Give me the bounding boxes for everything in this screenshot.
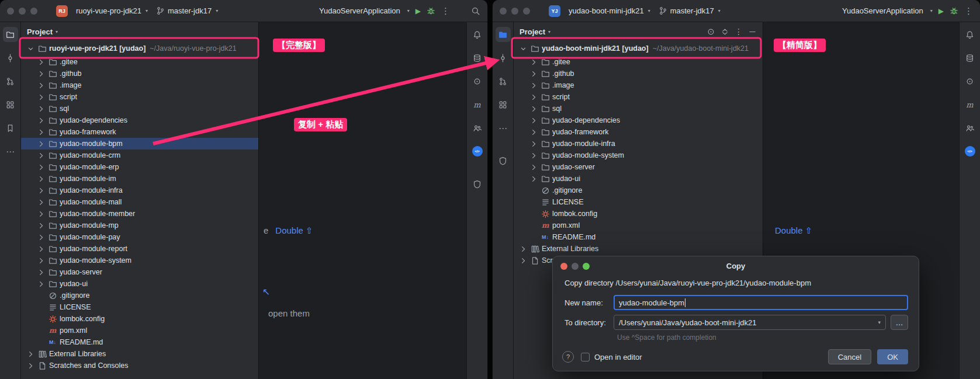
cancel-button[interactable]: Cancel [828,349,871,364]
chevron-right-icon[interactable] [36,58,46,67]
database-icon[interactable] [962,50,978,65]
tree-item-.github[interactable]: .github [21,68,258,79]
tree-item-.image[interactable]: .image [21,79,258,91]
tree-item-yudao-module-erp[interactable]: yudao-module-erp [21,161,258,173]
help-button[interactable]: ? [562,351,574,363]
account-avatar[interactable]: YJ [549,5,560,17]
collapse-icon[interactable] [721,27,729,36]
tree-item-yudao-module-mall[interactable]: yudao-module-mall [21,196,258,208]
tree-item-.github[interactable]: .github [514,68,763,79]
chevron-right-icon[interactable] [36,221,46,230]
shield-icon[interactable] [470,176,485,192]
chevron-right-icon[interactable] [529,116,538,125]
project-folder-icon[interactable] [496,27,511,42]
tree-item-.image[interactable]: .image [514,79,763,91]
close-button[interactable] [560,263,567,270]
maven-icon[interactable]: m [962,97,978,112]
run-configuration[interactable]: YudaoServerApplication [842,6,923,15]
debug-icon[interactable] [950,6,958,15]
minimize-button[interactable] [511,8,518,15]
target-icon[interactable] [962,74,978,89]
tree-root[interactable]: yudao-boot-mini-jdk21 [yudao]~/Java/yuda… [514,41,763,56]
tree-item-yudao-ui[interactable]: yudao-ui [21,278,258,290]
panel-title[interactable]: Project [27,27,53,36]
tree-item-yudao-dependencies[interactable]: yudao-dependencies [21,114,258,126]
ok-button[interactable]: OK [877,349,908,364]
database-icon[interactable] [470,50,485,65]
branch-switcher[interactable]: master-jdk17▾ [659,6,721,15]
chevron-right-icon[interactable] [26,361,35,370]
structure-icon[interactable] [496,97,511,112]
browse-button[interactable]: … [891,315,908,330]
notifications-icon[interactable] [470,27,485,42]
tree-item-yudao-ui[interactable]: yudao-ui [514,173,763,185]
pull-requests-icon[interactable] [496,74,511,89]
search-icon[interactable] [471,6,480,16]
chevron-down-icon[interactable] [26,45,35,53]
commit-icon[interactable] [3,50,18,65]
tree-item-yudao-module-report[interactable]: yudao-module-report [21,243,258,255]
tree-item-lombok.config[interactable]: lombok.config [21,313,258,325]
tree-item-yudao-module-infra[interactable]: yudao-module-infra [21,185,258,196]
chevron-right-icon[interactable] [36,245,46,253]
chevron-right-icon[interactable] [36,198,46,207]
tree-item-yudao-server[interactable]: yudao-server [21,266,258,278]
chevron-right-icon[interactable] [36,268,46,277]
chevron-right-icon[interactable] [36,280,46,288]
tree-item-yudao-module-member[interactable]: yudao-module-member [21,208,258,220]
tree-root[interactable]: ruoyi-vue-pro-jdk21 [yudao]~/Java/ruoyi-… [21,41,258,56]
chevron-right-icon[interactable] [529,175,538,183]
minimize-button[interactable] [19,8,26,15]
debug-icon[interactable] [427,6,435,15]
tree-item-External Libraries[interactable]: External Libraries [514,243,763,255]
chevron-right-icon[interactable] [36,81,46,90]
close-button[interactable] [500,8,507,15]
chevron-right-icon[interactable] [36,105,46,113]
devtools-icon[interactable]: </> [470,144,485,159]
chevron-down-icon[interactable]: ▾ [878,319,881,325]
tree-item-yudao-framework[interactable]: yudao-framework [514,126,763,138]
minus-icon[interactable] [748,27,757,36]
tree-item-yudao-module-bpm[interactable]: yudao-module-bpm [21,138,258,149]
chevron-right-icon[interactable] [36,210,46,218]
shield-icon[interactable] [496,153,511,168]
kebab-icon[interactable]: ⋮ [735,27,743,36]
chevron-right-icon[interactable] [36,186,46,195]
chevron-right-icon[interactable] [36,93,46,102]
chevron-right-icon[interactable] [529,105,538,113]
account-avatar[interactable]: RJ [56,5,68,17]
to-directory-combobox[interactable]: /Users/yunai/Java/yudao-boot-mini-jdk21 … [614,315,886,330]
run-icon[interactable]: ▶ [939,7,944,15]
chevron-right-icon[interactable] [529,81,538,90]
chevron-right-icon[interactable] [26,350,35,359]
tree-item-External Libraries[interactable]: External Libraries [21,348,258,360]
project-switcher[interactable]: ruoyi-vue-pro-jdk21▾ [76,6,148,15]
tree-item-sql[interactable]: sql [514,103,763,114]
tree-item-.gitignore[interactable]: .gitignore [514,185,763,196]
chevron-right-icon[interactable] [36,128,46,137]
tree-item-yudao-module-im[interactable]: yudao-module-im [21,173,258,185]
people-icon[interactable] [962,120,978,135]
kebab-icon[interactable]: ⋮ [964,6,973,16]
project-folder-icon[interactable] [3,27,18,42]
tree-item-.gitee[interactable]: .gitee [514,56,763,68]
tree-item-yudao-module-crm[interactable]: yudao-module-crm [21,149,258,161]
tree-item-sql[interactable]: sql [21,103,258,114]
devtools-icon[interactable]: </> [962,144,978,159]
chevron-right-icon[interactable] [36,256,46,265]
branch-switcher[interactable]: master-jdk17▾ [156,6,218,15]
tree-item-LICENSE[interactable]: LICENSE [21,301,258,313]
notifications-icon[interactable] [962,27,978,42]
chevron-right-icon[interactable] [36,69,46,78]
tree-item-script[interactable]: script [514,91,763,103]
run-configuration[interactable]: YudaoServerApplication [319,6,400,15]
chevron-right-icon[interactable] [529,128,538,137]
zoom-button[interactable] [30,8,37,15]
tree-item-yudao-module-system[interactable]: yudao-module-system [514,149,763,161]
structure-icon[interactable] [3,97,18,112]
tree-item-README.md[interactable]: M↓README.md [514,231,763,243]
tree-item-yudao-server[interactable]: yudao-server [514,161,763,173]
tree-item-yudao-module-mp[interactable]: yudao-module-mp [21,220,258,231]
chevron-right-icon[interactable] [36,233,46,242]
new-name-input[interactable]: yudao-module-bpm [614,295,908,310]
